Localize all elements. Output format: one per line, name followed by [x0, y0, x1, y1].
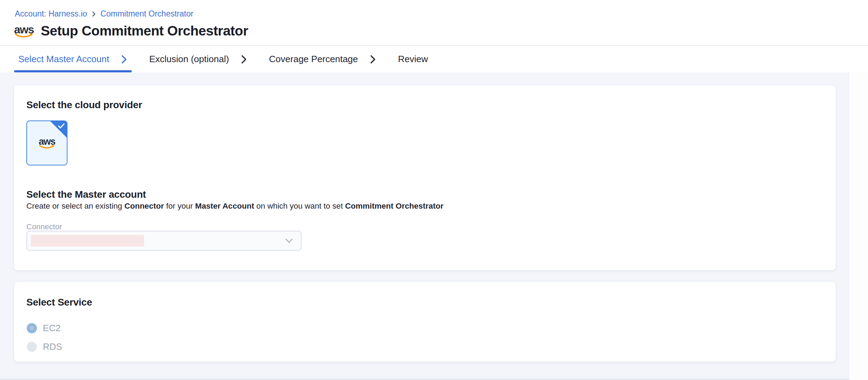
- master-account-description: Create or select an existing Connector f…: [26, 202, 443, 211]
- cloud-provider-heading: Select the cloud provider: [26, 99, 142, 111]
- connector-field-label: Connector: [26, 222, 62, 231]
- tab-coverage-percentage[interactable]: Coverage Percentage: [264, 46, 383, 72]
- tab-exclusion-optional[interactable]: Exclusion (optional): [144, 46, 254, 72]
- setup-commitment-orchestrator-page: Account: Harness.io Commitment Orchestra…: [0, 0, 868, 380]
- description-text: Create or select an existing: [26, 202, 124, 210]
- aws-logo: aws: [14, 24, 34, 38]
- tab-label: Exclusion (optional): [149, 54, 229, 65]
- description-text: on which you want to set: [254, 202, 345, 210]
- tab-select-master-account[interactable]: Select Master Account: [14, 46, 134, 72]
- radio-label: EC2: [43, 323, 61, 334]
- radio-unselected-icon: [27, 342, 37, 352]
- chevron-right-icon: [241, 54, 247, 64]
- wizard-step-tabs: Select Master Account Exclusion (optiona…: [0, 46, 868, 72]
- provider-card-aws[interactable]: aws: [26, 120, 67, 165]
- service-radio-rds[interactable]: RDS: [27, 341, 62, 352]
- tab-label: Select Master Account: [18, 54, 109, 65]
- breadcrumb: Account: Harness.io Commitment Orchestra…: [15, 9, 193, 19]
- connector-selected-value-redacted: [31, 235, 144, 247]
- chevron-down-icon: [285, 238, 293, 243]
- aws-smile-icon: [39, 144, 55, 149]
- breadcrumb-page-link[interactable]: Commitment Orchestrator: [101, 9, 194, 19]
- tab-label: Coverage Percentage: [269, 54, 358, 65]
- tab-label: Review: [398, 54, 428, 65]
- bottom-edge: [0, 379, 849, 380]
- radio-selected-icon: [27, 323, 37, 333]
- tab-review[interactable]: Review: [393, 46, 435, 72]
- aws-logo: aws: [39, 137, 55, 149]
- description-bold: Master Account: [195, 202, 254, 210]
- chevron-right-icon: [370, 54, 376, 64]
- select-service-card: Select Service EC2 RDS: [14, 282, 836, 362]
- chevron-right-icon: [92, 11, 96, 17]
- chevron-right-icon: [121, 54, 127, 64]
- page-title: Setup Commitment Orchestrator: [41, 23, 248, 39]
- breadcrumb-account-link[interactable]: Account: Harness.io: [15, 9, 87, 19]
- master-account-heading: Select the Master account: [26, 189, 146, 200]
- connector-select[interactable]: [26, 231, 302, 251]
- service-radio-ec2[interactable]: EC2: [27, 323, 61, 334]
- aws-smile-icon: [14, 33, 33, 38]
- check-icon: [58, 123, 65, 129]
- page-header: aws Setup Commitment Orchestrator: [14, 23, 248, 39]
- radio-label: RDS: [43, 341, 62, 352]
- description-bold: Connector: [124, 202, 164, 210]
- description-bold: Commitment Orchestrator: [345, 202, 443, 210]
- master-account-card: Select the cloud provider aws Select the…: [14, 85, 836, 270]
- right-gutter: [849, 72, 868, 380]
- select-service-heading: Select Service: [26, 297, 92, 308]
- description-text: for your: [164, 202, 195, 210]
